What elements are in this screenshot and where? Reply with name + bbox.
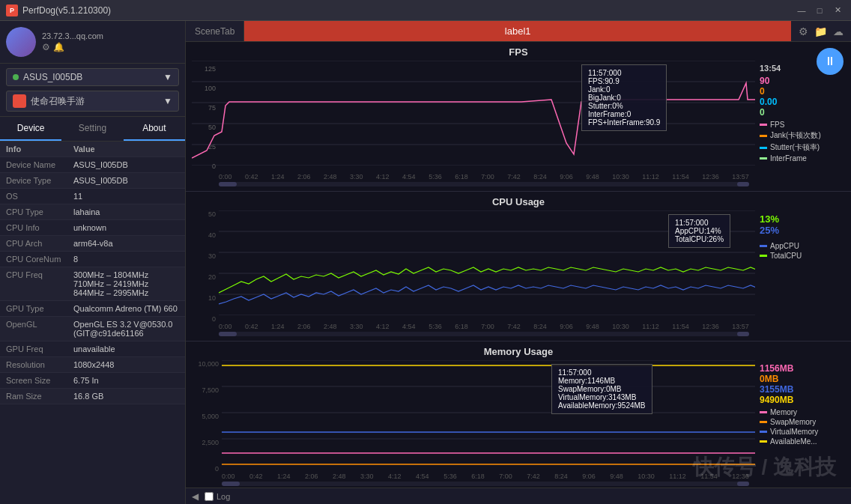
cpu-legend-items: AppCPU TotalCPU	[760, 242, 841, 260]
title-bar: P PerfDog(v5.1.210300) — □ ✕	[0, 0, 851, 21]
charts-area: FPS 125 100 75 50 25 0	[186, 42, 851, 488]
virtual-label: VirtualMemory	[770, 428, 818, 436]
tab-about[interactable]: About	[124, 117, 185, 141]
device-dropdown[interactable]: ASUS_I005DB ▼	[6, 68, 179, 86]
cpu-scroll-left	[219, 332, 237, 336]
row-key: OS	[0, 189, 67, 204]
minimize-button[interactable]: —	[794, 4, 809, 16]
fps-topright-val4: 0	[760, 107, 841, 118]
table-row: Screen Size6.75 In	[0, 373, 185, 389]
row-val: 11	[67, 189, 185, 204]
memory-scroll-right	[737, 482, 749, 486]
scene-tab-icons: ⚙ 📁 ☁	[791, 25, 851, 37]
app-title: PerfDog(v5.1.210300)	[22, 5, 111, 16]
mem-legend-available: AvailableMe...	[760, 437, 841, 446]
cpu-legend-total: TotalCPU	[760, 252, 841, 260]
sidebar-tabs: Device Setting About	[0, 117, 185, 142]
folder-icon[interactable]: 📁	[814, 25, 827, 37]
sidebar: 23.72.3...qq.com ⚙ 🔔 ASUS_I005DB ▼ 使命召唤手	[0, 21, 186, 504]
cpu-chart-svg	[219, 210, 755, 315]
fps-topright-val2: 0	[760, 86, 841, 97]
memory-label: Memory	[770, 408, 797, 416]
cpu-yaxis: 50 40 30 20 10 0	[192, 210, 219, 323]
user-icon-2[interactable]: 🔔	[53, 42, 64, 52]
table-row: CPU Infounknown	[0, 220, 185, 236]
log-checkbox[interactable]	[205, 492, 213, 501]
mem-val3: 3155MB	[760, 384, 841, 395]
device-name-label: ASUS_I005DB	[23, 72, 82, 82]
cpu-val2: 25%	[760, 225, 841, 236]
fps-chart-svg	[192, 61, 755, 166]
scene-tab-label[interactable]: SceneTab	[186, 21, 244, 41]
close-button[interactable]: ✕	[830, 4, 845, 16]
row-val: 16.8 GB	[67, 389, 185, 404]
memory-legend-items: Memory SwapMemory VirtualMemory	[760, 408, 841, 446]
maximize-button[interactable]: □	[812, 4, 827, 16]
log-label: Log	[216, 492, 230, 501]
memory-chart-svg	[222, 360, 755, 465]
settings-icon[interactable]: ⚙	[799, 25, 808, 37]
fps-scrollbar[interactable]	[219, 182, 749, 186]
cpu-chart: CPU Usage 50 40 30 20 10 0	[186, 192, 851, 341]
device-status-dot	[13, 74, 19, 80]
cloud-icon[interactable]: ☁	[833, 25, 844, 37]
bottom-arrow-left[interactable]: ◀	[192, 491, 199, 502]
right-content: SceneTab label1 ⚙ 📁 ☁ FPS 125 100 75	[186, 21, 851, 504]
user-icon-1[interactable]: ⚙	[42, 42, 50, 52]
cpu-legend: 13% 25% AppCPU TotalCPU	[755, 210, 845, 323]
memory-chart-body: 11:57:000 Memory:1146MB SwapMemory:0MB V…	[222, 360, 755, 473]
swap-label: SwapMemory	[770, 418, 816, 426]
virtual-dot	[760, 431, 767, 433]
pause-button[interactable]: ⏸	[817, 48, 844, 75]
table-row: GPU TypeQualcomm Adreno (TM) 660	[0, 301, 185, 317]
row-val: arm64-v8a	[67, 236, 185, 251]
cpu-val1: 13%	[760, 213, 841, 225]
main-layout: 23.72.3...qq.com ⚙ 🔔 ASUS_I005DB ▼ 使命召唤手	[0, 21, 851, 504]
row-key: Screen Size	[0, 373, 67, 388]
available-dot	[760, 440, 767, 443]
memory-legend: 1156MB 0MB 3155MB 9490MB Memory SwapMemo	[755, 360, 845, 473]
table-row: OpenGLOpenGL ES 3.2 V@0530.0 (GIT@c91de6…	[0, 317, 185, 341]
memory-scrollbar[interactable]	[222, 482, 749, 486]
mem-val2: 0MB	[760, 374, 841, 384]
row-key: CPU Freq	[0, 267, 67, 300]
mem-legend-swap: SwapMemory	[760, 418, 841, 426]
row-key: OpenGL	[0, 317, 67, 341]
game-icon	[13, 94, 26, 108]
table-row: CPU Archarm64-v8a	[0, 236, 185, 252]
tab-setting[interactable]: Setting	[61, 117, 123, 141]
available-label: AvailableMe...	[770, 437, 817, 446]
row-key: GPU Freq	[0, 341, 67, 356]
fps-legend-dot	[760, 124, 767, 126]
table-row: CPU Typelahaina	[0, 204, 185, 220]
game-dropdown[interactable]: 使命召唤手游 ▼	[6, 91, 179, 112]
fps-legend-items: FPS Jank(卡顿次数) Stutter(卡顿率)	[760, 121, 841, 163]
device-selector: ASUS_I005DB ▼ 使命召唤手游 ▼	[0, 64, 185, 117]
cpu-legend-app: AppCPU	[760, 242, 841, 250]
table-row: OS11	[0, 189, 185, 204]
scene-tab-bar: SceneTab label1 ⚙ 📁 ☁	[186, 21, 851, 42]
stutter-legend-dot	[760, 147, 767, 149]
table-row: CPU CoreNum8	[0, 252, 185, 267]
log-checkbox-area[interactable]: Log	[205, 492, 230, 501]
row-val: ASUS_I005DB	[67, 157, 185, 172]
fps-legend-fps: FPS	[760, 121, 841, 129]
jank-legend-dot	[760, 135, 767, 137]
cpu-scrollbar[interactable]	[219, 332, 749, 336]
row-val: OpenGL ES 3.2 V@0530.0 (GIT@c91de61166	[67, 317, 185, 341]
info-col-header: Info	[0, 142, 67, 157]
fps-legend-jank: Jank(卡顿次数)	[760, 130, 841, 141]
game-name-label: 使命召唤手游	[31, 95, 85, 108]
fps-legend-interframe: InterFrame	[760, 154, 841, 163]
row-val: Qualcomm Adreno (TM) 660	[67, 301, 185, 316]
info-table: Info Value Device NameASUS_I005DBDevice …	[0, 142, 185, 504]
avatar-image	[6, 27, 36, 57]
tab-device[interactable]: Device	[0, 117, 61, 141]
row-key: CPU Type	[0, 204, 67, 219]
cpu-chart-body: 11:57:000 AppCPU:14% TotalCPU:26%	[219, 210, 755, 323]
memory-dot	[760, 411, 767, 413]
fps-topright-val3: 0.00	[760, 97, 841, 107]
row-key: CPU Info	[0, 220, 67, 235]
row-key: Ram Size	[0, 389, 67, 404]
title-bar-left: P PerfDog(v5.1.210300)	[6, 4, 111, 16]
